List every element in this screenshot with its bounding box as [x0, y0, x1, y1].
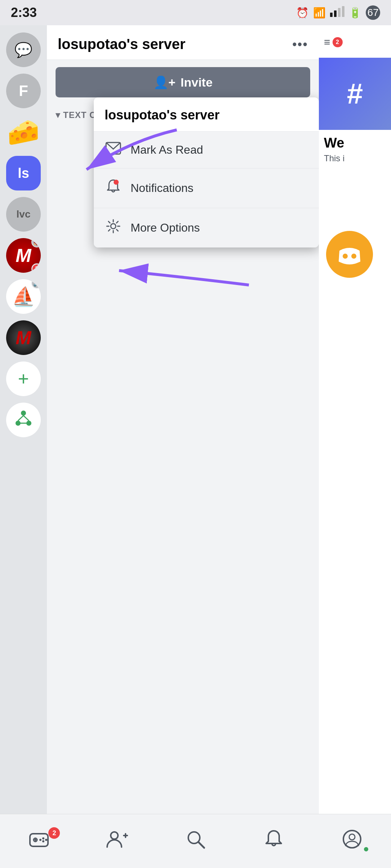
- server-name: losupotao's server: [58, 36, 185, 52]
- signal-icon: [330, 6, 344, 19]
- right-panel: ≡ 2 # We This i: [319, 25, 391, 868]
- svg-point-23: [42, 840, 44, 842]
- friends-icon: [106, 829, 128, 853]
- svg-rect-1: [334, 10, 337, 17]
- bottom-nav-notifications[interactable]: [256, 829, 292, 853]
- f-label: F: [19, 82, 28, 100]
- wifi-icon: 📶: [313, 7, 326, 19]
- mwc-icon: M: [16, 245, 31, 266]
- add-icon: +: [18, 369, 29, 388]
- svg-point-11: [114, 180, 119, 185]
- sidebar-item-add[interactable]: +: [6, 361, 41, 396]
- sidebar-item-mwc[interactable]: M 2 🚀: [6, 238, 41, 273]
- sailboat-icon: ⛵: [12, 286, 35, 308]
- svg-point-15: [343, 254, 348, 259]
- sidebar-item-ls[interactable]: ls: [6, 156, 41, 190]
- svg-rect-0: [330, 13, 333, 17]
- ls-label: ls: [18, 166, 29, 181]
- discover-icon: [14, 409, 32, 431]
- status-icons: ⏰ 📶 🔋 67: [296, 5, 380, 20]
- middle-panel: losupotao's server ••• 👤+ Invite ▾ TEXT …: [47, 25, 319, 868]
- svg-line-7: [18, 416, 23, 421]
- svg-point-16: [351, 254, 356, 259]
- sidebar-item-lvc[interactable]: lvc: [6, 197, 41, 232]
- bottom-nav-search[interactable]: [177, 829, 214, 853]
- profile-icon: [342, 829, 362, 853]
- svg-point-22: [45, 839, 47, 841]
- svg-point-31: [349, 834, 355, 840]
- context-menu: losupotao's server Mark As Read: [94, 97, 319, 247]
- svg-point-4: [21, 411, 26, 416]
- more-options-label: More Options: [131, 221, 200, 234]
- bottom-nav-friends[interactable]: [99, 829, 135, 853]
- cheese-icon: 🧀: [7, 117, 40, 148]
- sidebar-item-cheese[interactable]: 🧀: [6, 115, 41, 149]
- bottom-nav: 2: [0, 814, 391, 868]
- notification-count: 67: [366, 5, 380, 20]
- invite-button[interactable]: 👤+ Invite: [56, 67, 310, 97]
- mark-as-read-label: Mark As Read: [131, 143, 203, 157]
- envelope-icon: [105, 142, 122, 158]
- lvc-label: lvc: [17, 209, 31, 220]
- sidebar-item-chat[interactable]: 💬: [6, 32, 41, 67]
- notification-badge-2: 2: [333, 37, 343, 47]
- sidebar-item-discover[interactable]: [6, 403, 41, 437]
- status-time: 2:33: [11, 5, 37, 20]
- svg-rect-2: [338, 8, 341, 17]
- home-badge: 2: [48, 827, 60, 839]
- sidebar: 💬 F 🧀 ls lvc M 2 🚀 ⛵ 🔊: [0, 25, 47, 868]
- right-channel-hash: #: [319, 58, 391, 130]
- m-dark-icon: M: [16, 327, 31, 348]
- menu-item-more-options[interactable]: More Options: [94, 208, 319, 247]
- sidebar-item-m-dark[interactable]: M: [6, 320, 41, 355]
- invite-label: Invite: [181, 75, 213, 89]
- more-options-button[interactable]: •••: [292, 37, 308, 52]
- gear-icon: [105, 218, 122, 237]
- right-notification-area: ≡ 2: [324, 36, 343, 48]
- server-header: losupotao's server •••: [47, 25, 319, 60]
- battery-icon: 🔋: [349, 7, 361, 19]
- svg-point-21: [42, 837, 44, 839]
- bell-nav-icon: [265, 829, 283, 853]
- sidebar-item-f[interactable]: F: [6, 74, 41, 108]
- right-this-text: This i: [324, 153, 344, 163]
- svg-rect-3: [342, 6, 344, 17]
- lines-icon: ≡: [324, 36, 330, 48]
- sidebar-item-sailboat[interactable]: ⛵ 🔊: [6, 279, 41, 314]
- collapse-arrow-icon: ▾: [56, 110, 60, 120]
- search-icon: [185, 829, 206, 853]
- svg-point-12: [111, 224, 116, 229]
- bottom-nav-profile[interactable]: [334, 829, 370, 853]
- bell-icon: [105, 179, 122, 198]
- rocket-badge: 🚀: [31, 238, 41, 247]
- annotation-arrow-2: [83, 242, 263, 314]
- profile-online-dot: [363, 846, 369, 852]
- bottom-nav-home[interactable]: 2: [21, 830, 57, 852]
- discord-logo-circle: [326, 231, 373, 278]
- home-game-icon: [28, 830, 50, 852]
- invite-person-icon: 👤+: [153, 75, 176, 89]
- svg-line-8: [23, 416, 29, 421]
- alarm-icon: ⏰: [296, 7, 309, 19]
- app-container: 💬 F 🧀 ls lvc M 2 🚀 ⛵ 🔊: [0, 25, 391, 868]
- chat-icon: 💬: [14, 41, 32, 58]
- mwc-badge: 2: [31, 263, 41, 273]
- context-menu-title: losupotao's server: [94, 97, 319, 132]
- notifications-label: Notifications: [131, 181, 193, 195]
- menu-item-mark-as-read[interactable]: Mark As Read: [94, 132, 319, 168]
- svg-point-24: [39, 839, 41, 841]
- svg-line-29: [198, 842, 204, 848]
- right-we-text: We: [324, 135, 344, 151]
- menu-item-notifications[interactable]: Notifications: [94, 168, 319, 208]
- svg-point-25: [111, 832, 118, 839]
- status-bar: 2:33 ⏰ 📶 🔋 67: [0, 0, 391, 25]
